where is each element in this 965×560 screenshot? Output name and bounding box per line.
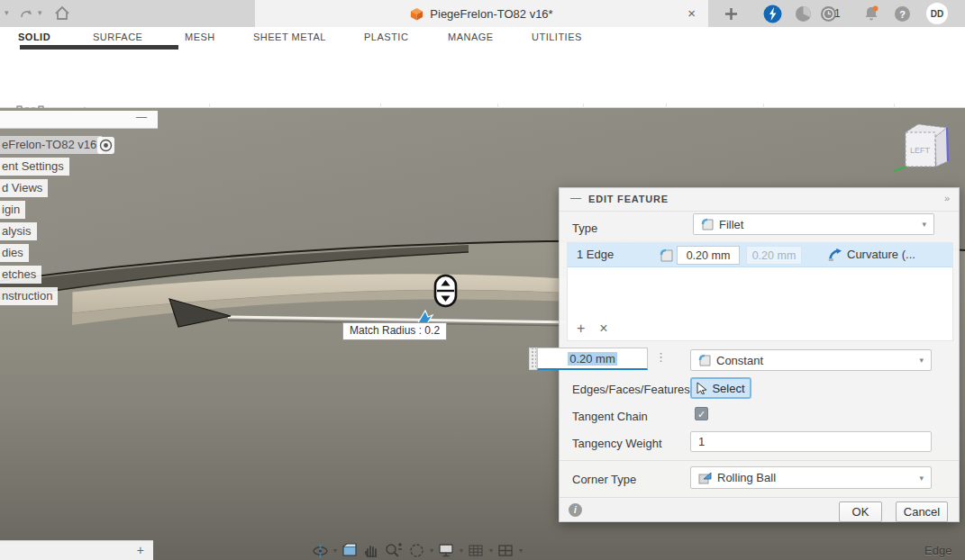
job-status-icon[interactable] — [793, 4, 813, 23]
look-at-icon[interactable] — [341, 543, 359, 558]
dialog-footer: i OK Cancel — [560, 497, 959, 523]
corner-type-dropdown[interactable]: Rolling Ball ▾ — [690, 466, 932, 489]
select-button[interactable]: Select — [690, 377, 751, 399]
continuity-cell: Curvature (... — [847, 248, 915, 261]
zoom-icon[interactable] — [385, 542, 404, 558]
tangent-chain-checkbox[interactable]: ✓ — [695, 407, 708, 420]
viewports-icon[interactable] — [497, 543, 514, 558]
browser-item-origin[interactable]: igin — [0, 201, 25, 219]
remove-selection-icon[interactable]: × — [599, 321, 607, 337]
viewcube-face-label: LEFT — [910, 146, 931, 155]
grid-caret-icon[interactable]: ▾ — [489, 546, 493, 555]
browser-item-named-views[interactable]: d Views — [0, 179, 48, 197]
browser-item-document-settings[interactable]: ent Settings — [0, 158, 69, 176]
user-initials: DD — [931, 9, 943, 19]
add-selection-icon[interactable]: + — [577, 321, 585, 337]
edge-selection-table[interactable]: 1 Edge 0.20 mm 0.20 mm Curvature (... + … — [567, 242, 953, 341]
type-value: Fillet — [719, 218, 743, 231]
selected-edge-row[interactable]: 1 Edge 0.20 mm 0.20 mm Curvature (... — [568, 243, 952, 267]
tab-sheet-metal[interactable]: SHEET METAL — [253, 32, 326, 42]
user-avatar[interactable]: DD — [926, 3, 948, 24]
extensions-icon[interactable] — [762, 4, 782, 23]
dropdown-caret-icon: ▾ — [922, 220, 926, 229]
viewports-caret-icon[interactable]: ▾ — [519, 546, 523, 555]
constant-radius-icon — [698, 354, 711, 366]
tangency-weight-input[interactable]: 1 — [690, 431, 932, 452]
tab-solid[interactable]: SOLID — [18, 32, 50, 42]
tangent-chain-label: Tangent Chain — [572, 410, 648, 423]
rolling-ball-icon — [698, 471, 712, 484]
component-activate-radio[interactable] — [97, 137, 114, 154]
dialog-collapse-icon[interactable]: — — [570, 192, 581, 204]
edit-feature-dialog: — EDIT FEATURE » Type Fillet ▾ 1 Edge 0.… — [559, 187, 960, 522]
select-button-label: Select — [712, 382, 744, 395]
tab-surface[interactable]: SURFACE — [93, 32, 142, 42]
browser-minimize-icon[interactable]: — — [136, 111, 147, 123]
tab-plastic[interactable]: PLASTIC — [364, 32, 408, 42]
edge-count-cell: 1 Edge — [577, 248, 614, 261]
browser-item-construction[interactable]: nstruction — [0, 287, 58, 305]
radius-type-value: Constant — [716, 354, 763, 367]
browser-item-root[interactable]: eFrelon-TO82 v16 — [0, 136, 102, 154]
curvature-icon — [827, 248, 842, 263]
type-label: Type — [572, 221, 597, 235]
edges-faces-features-label: Edges/Faces/Features — [572, 383, 690, 396]
tab-manage[interactable]: MANAGE — [448, 32, 494, 42]
orbit-caret-icon[interactable]: ▾ — [333, 546, 337, 555]
type-dropdown[interactable]: Fillet ▾ — [693, 213, 934, 235]
navigation-bar: ▾ ▾ ▾ ▾ ▾ — [312, 540, 523, 560]
view-cube[interactable]: LEFT — [888, 118, 960, 183]
browser-item-bodies[interactable]: dies — [0, 244, 29, 262]
browser-panel-header[interactable]: — — [0, 111, 158, 129]
input-options-dots-icon[interactable]: ⋮ — [655, 350, 666, 364]
corner-type-label: Corner Type — [572, 473, 636, 486]
input-drag-grip[interactable] — [529, 348, 537, 370]
document-cube-icon — [410, 7, 423, 21]
fit-view-icon[interactable] — [408, 542, 425, 559]
home-icon[interactable] — [54, 5, 70, 21]
info-icon[interactable]: i — [569, 503, 582, 517]
title-bar: ▾ ▾ PiegeFrelon-TO82 v16* × 1 ? DD — [0, 0, 965, 27]
radius-cell-input[interactable]: 0.20 mm — [677, 246, 740, 265]
job-count: 1 — [834, 7, 841, 20]
browser-item-sketches[interactable]: etches — [0, 266, 41, 284]
ok-button[interactable]: OK — [839, 501, 882, 522]
timeline-add-icon[interactable]: + — [137, 543, 144, 557]
fusion-360-window: ▾ ▾ PiegeFrelon-TO82 v16* × 1 ? DD SOLID… — [0, 0, 965, 560]
tab-mesh[interactable]: MESH — [185, 32, 215, 42]
dialog-header[interactable]: — EDIT FEATURE » — [560, 188, 959, 212]
pan-hand-icon[interactable] — [363, 542, 380, 558]
match-radius-tooltip: Match Radius : 0.2 — [342, 322, 447, 340]
document-title: PiegeFrelon-TO82 v16* — [430, 7, 552, 21]
fillet-radius-drag-handle[interactable] — [433, 274, 458, 308]
close-tab-icon[interactable]: × — [687, 5, 696, 22]
dropdown-caret-icon: ▾ — [919, 356, 924, 365]
dialog-divider — [560, 460, 959, 461]
check-icon: ✓ — [697, 409, 706, 420]
undo-caret-icon[interactable]: ▾ — [5, 8, 9, 17]
dialog-expand-icon[interactable]: » — [944, 193, 950, 203]
secondary-radius-input[interactable]: 0.20 mm — [746, 246, 802, 265]
dialog-title: EDIT FEATURE — [588, 194, 669, 204]
redo-caret-icon[interactable]: ▾ — [38, 8, 42, 17]
fit-caret-icon[interactable]: ▾ — [430, 546, 433, 555]
notifications-bell-icon[interactable] — [861, 4, 881, 23]
radius-type-dropdown[interactable]: Constant ▾ — [690, 349, 932, 371]
orbit-icon[interactable] — [312, 542, 329, 559]
fillet-type-icon — [701, 218, 714, 230]
redo-icon[interactable] — [20, 6, 34, 19]
new-tab-button[interactable] — [721, 4, 741, 23]
radius-value-input[interactable]: 0.20 mm — [537, 348, 648, 370]
ribbon-toolbar: CREATE▾ MODIFY▾ ASSEMBLE▾ CONFIGURE▾ CON… — [0, 50, 965, 108]
browser-item-analysis[interactable]: alysis — [0, 222, 37, 240]
grid-icon[interactable] — [468, 543, 485, 558]
cancel-button[interactable]: Cancel — [896, 501, 948, 522]
document-tab[interactable]: PiegeFrelon-TO82 v16* × — [255, 0, 708, 27]
display-caret-icon[interactable]: ▾ — [460, 546, 463, 555]
fillet-row-icon — [660, 248, 673, 262]
display-settings-icon[interactable] — [438, 542, 455, 558]
svg-text:?: ? — [899, 8, 906, 19]
tab-utilities[interactable]: UTILITIES — [532, 32, 582, 42]
help-icon[interactable]: ? — [892, 4, 912, 23]
timeline-bar[interactable]: + — [0, 540, 153, 560]
